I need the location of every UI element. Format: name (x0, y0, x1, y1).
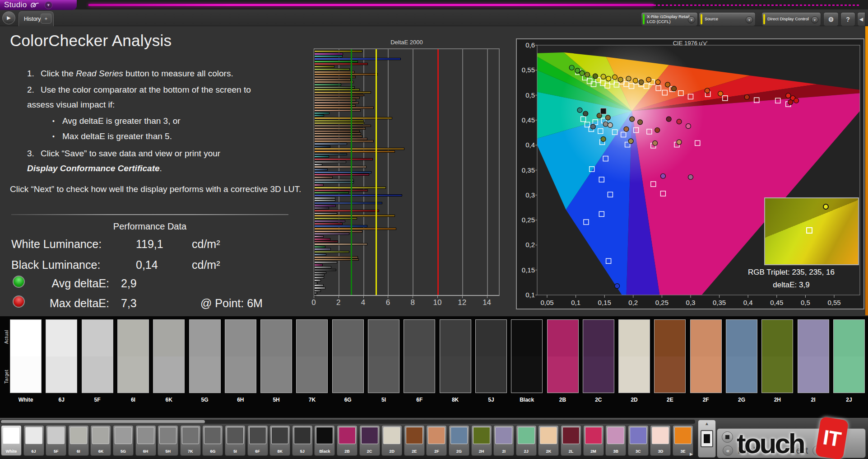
patch-target-swatch (834, 356, 864, 393)
meter-dropdown-icon[interactable]: ▼ (688, 16, 695, 23)
gear-icon: ⚙ (828, 16, 834, 23)
filmstrip-item-2I[interactable]: 2I (493, 425, 514, 456)
patch-label: White (10, 397, 42, 403)
step-1-number: 1. (27, 66, 41, 81)
deltae-bar (314, 104, 356, 107)
filmstrip-item-2B[interactable]: 2B (337, 425, 357, 456)
patch-label: 2I (798, 397, 829, 403)
deltae-bar (314, 112, 330, 114)
avg-deltae-status-led (13, 276, 25, 288)
filmstrip-item-3C[interactable]: 3C (628, 425, 649, 456)
filmstrip-item-2D[interactable]: 2D (381, 425, 402, 456)
deltae-bar (314, 76, 356, 78)
patch-label: 5I (368, 397, 399, 403)
filmstrip-scrollbar[interactable] (0, 420, 695, 424)
filmstrip-label: 2D (382, 449, 402, 454)
filmstrip-item-2K[interactable]: 2K (538, 425, 559, 456)
help-button[interactable]: ? (840, 12, 855, 26)
source-dropdown-icon[interactable]: ▼ (746, 16, 753, 23)
deltae-bar (314, 233, 349, 235)
meter-button[interactable]: X-Rite i1Display Retail LCD (CCFL) ▼ (641, 12, 698, 26)
cie-selected-square (600, 108, 606, 114)
settings-button[interactable]: ⚙ (823, 12, 839, 26)
filmstrip-swatch (316, 427, 333, 444)
cie-measured-dot (677, 119, 682, 124)
deltae-bar (314, 264, 323, 266)
deltae-bar (314, 58, 401, 60)
cie-y-tick-label: 0,15 (522, 266, 535, 274)
filmstrip-item-5J[interactable]: 5J (292, 425, 313, 456)
filmstrip-item-2E[interactable]: 2E (404, 425, 425, 456)
filmstrip-item-5I[interactable]: 5I (225, 425, 246, 456)
deltae-bar (314, 287, 325, 289)
source-button[interactable]: Source ▼ (699, 12, 756, 26)
deltae-bar (314, 248, 331, 250)
filmstrip-item-2F[interactable]: 2F (426, 425, 447, 456)
deltae-bar (314, 158, 373, 160)
filmstrip-item-6I[interactable]: 6I (68, 425, 89, 456)
app-window: Studio ▼ ▶ History 1 + X-Rite i1Display … (0, 0, 868, 459)
patch-target-swatch (762, 356, 793, 393)
filmstrip-item-2C[interactable]: 2C (359, 425, 380, 456)
session-menu-button[interactable]: ▶ (2, 11, 15, 24)
filmstrip-item-Black[interactable]: Black (314, 425, 335, 456)
filmstrip-item-5F[interactable]: 5F (46, 425, 66, 456)
cie-y-tick-label: 0,1 (525, 291, 535, 299)
deltae-bar (314, 261, 337, 263)
filmstrip-item-6H[interactable]: 6H (135, 425, 156, 456)
max-deltae-row: Max deltaE: 7,3 @ Point: 6M (32, 297, 263, 310)
pattern-window-button[interactable] (701, 430, 713, 447)
filmstrip-controls: ▲ (698, 420, 716, 458)
scroll-up-icon[interactable]: ▲ (698, 421, 715, 426)
help-icon: ? (846, 16, 850, 23)
filmstrip-item-3D[interactable]: 3D (650, 425, 671, 456)
display-control-dropdown-icon[interactable]: ▼ (811, 16, 818, 23)
cie-measured-dot (577, 108, 582, 112)
max-deltae-status-led (13, 295, 25, 308)
collapse-button[interactable]: ◀ (857, 12, 865, 26)
filmstrip-label: 2B (337, 449, 357, 454)
filmstrip-item-2L[interactable]: 2L (561, 425, 581, 456)
filmstrip-label: 5J (292, 449, 312, 454)
filmstrip-item-2H[interactable]: 2H (471, 425, 492, 456)
patch-target-swatch (368, 356, 399, 393)
filmstrip-item-6J[interactable]: 6J (23, 425, 44, 456)
filmstrip-item-White[interactable]: White (1, 425, 22, 456)
filmstrip-item-3B[interactable]: 3B (605, 425, 626, 456)
filmstrip-item-3E[interactable]: 3E (673, 425, 693, 456)
deltae-axis-label: 4 (361, 298, 365, 307)
filmstrip-item-5G[interactable]: 5G (113, 425, 134, 456)
cie-measured-dot (638, 120, 643, 125)
patch-label: 6H (225, 397, 256, 403)
filmstrip-item-6K[interactable]: 6K (90, 425, 111, 456)
black-luminance-label: Black Luminance: (11, 258, 136, 272)
deltae-bar (314, 153, 347, 155)
deltae-bar (314, 107, 374, 109)
avg-deltae-label: Avg deltaE: (32, 277, 109, 290)
deltae-bar (314, 79, 351, 81)
filmstrip-label: 2J (516, 449, 536, 454)
cie-chart: 0,60,550,50,450,40,350,30,250,20,150,10,… (516, 38, 864, 309)
filmstrip-scrollbar-thumb[interactable] (1, 420, 205, 423)
deltae-bar (314, 266, 331, 268)
filmstrip-item-6F[interactable]: 6F (247, 425, 268, 456)
filmstrip-item-2G[interactable]: 2G (449, 425, 469, 456)
deltae-bar (314, 63, 368, 65)
filmstrip-item-2M[interactable]: 2M (583, 425, 604, 456)
app-logo[interactable]: Studio ▼ (0, 0, 77, 10)
logo-dropdown-icon[interactable]: ▼ (45, 1, 52, 9)
stop-button[interactable] (722, 431, 733, 443)
filmstrip-item-8K[interactable]: 8K (269, 425, 290, 456)
add-tab-button[interactable]: + (41, 14, 51, 23)
filmstrip-item-7K[interactable]: 7K (180, 425, 201, 456)
filmstrip-label: 2I (494, 449, 514, 454)
deltae-bar (314, 50, 362, 52)
filmstrip-item-2J[interactable]: 2J (516, 425, 537, 456)
scroll-right-icon[interactable]: ▶ (690, 452, 693, 456)
display-control-button[interactable]: Direct Display Control ▼ (761, 12, 821, 26)
filmstrip-item-5H[interactable]: 5H (158, 425, 178, 456)
filmstrip-swatch (361, 427, 378, 444)
filmstrip-item-6G[interactable]: 6G (202, 425, 223, 456)
patch-target-swatch (225, 356, 256, 393)
cie-measured-dot (601, 136, 606, 141)
